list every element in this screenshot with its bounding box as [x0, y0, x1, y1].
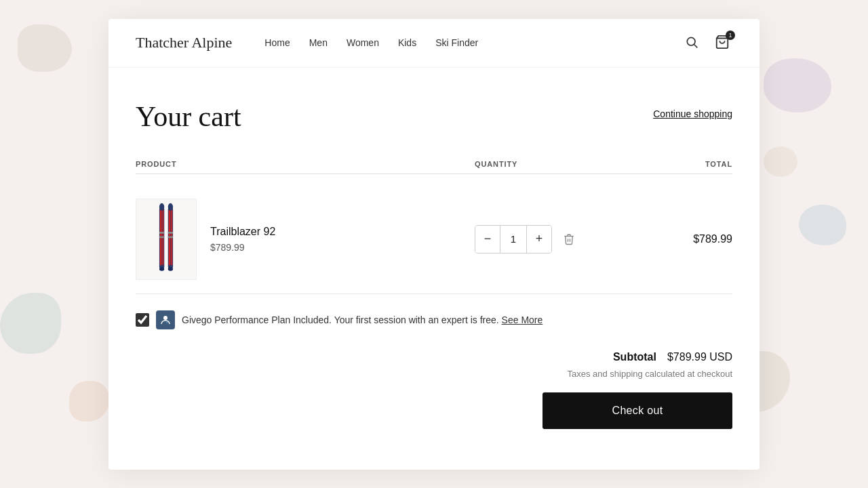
- main-window: Thatcher Alpine Home Men Women Kids Ski …: [108, 19, 760, 470]
- subtotal-row: Subtotal $789.99 USD: [613, 351, 732, 363]
- checkout-button[interactable]: Check out: [542, 392, 732, 429]
- col-header-quantity: Quantity: [475, 160, 624, 168]
- remove-item-button[interactable]: [560, 230, 578, 248]
- givego-see-more-link[interactable]: See More: [502, 314, 543, 325]
- givego-icon: [156, 310, 175, 329]
- product-image: [136, 199, 197, 280]
- brand-logo[interactable]: Thatcher Alpine: [136, 34, 232, 52]
- col-header-total: Total: [624, 160, 732, 168]
- col-header-product: Product: [136, 160, 475, 168]
- svg-point-12: [168, 267, 173, 271]
- nav-item-home[interactable]: Home: [264, 37, 290, 48]
- cart-title: Your cart: [136, 100, 241, 133]
- product-info: Trailblazer 92 $789.99: [210, 226, 275, 253]
- svg-line-1: [694, 44, 698, 47]
- product-unit-price: $789.99: [210, 242, 275, 253]
- subtotal-label: Subtotal: [613, 351, 656, 363]
- summary-section: Subtotal $789.99 USD Taxes and shipping …: [136, 351, 732, 429]
- quantity-value: 1: [500, 226, 527, 253]
- main-nav: Home Men Women Kids Ski Finder: [264, 37, 682, 48]
- quantity-decrease-button[interactable]: −: [475, 226, 500, 253]
- svg-rect-15: [159, 236, 164, 238]
- svg-rect-16: [168, 236, 173, 238]
- table-row: Trailblazer 92 $789.99 − 1 +: [136, 185, 732, 294]
- header-actions: 1: [682, 32, 732, 54]
- nav-item-ski-finder[interactable]: Ski Finder: [435, 37, 478, 48]
- cart-badge: 1: [726, 30, 735, 40]
- svg-rect-14: [168, 232, 173, 234]
- givego-section: Givego Performance Plan Included. Your f…: [136, 294, 732, 351]
- nav-item-men[interactable]: Men: [309, 37, 328, 48]
- nav-item-kids[interactable]: Kids: [398, 37, 416, 48]
- product-cell: Trailblazer 92 $789.99: [136, 199, 475, 280]
- quantity-control: − 1 +: [475, 225, 552, 253]
- svg-point-17: [163, 316, 167, 320]
- product-name: Trailblazer 92: [210, 226, 275, 238]
- ski-image: [149, 202, 183, 277]
- quantity-cell: − 1 +: [475, 225, 624, 253]
- cart-button[interactable]: 1: [712, 32, 732, 54]
- trash-icon: [563, 233, 575, 245]
- givego-logo-icon: [159, 314, 172, 326]
- cart-header: Your cart Continue shopping: [136, 100, 732, 133]
- page-content: Your cart Continue shopping Product Quan…: [108, 68, 760, 470]
- site-header: Thatcher Alpine Home Men Women Kids Ski …: [108, 19, 760, 68]
- givego-checkbox[interactable]: [136, 313, 149, 327]
- line-total: $789.99: [624, 233, 732, 245]
- search-icon: [685, 35, 698, 49]
- givego-description: Givego Performance Plan Included. Your f…: [182, 314, 542, 325]
- nav-item-women[interactable]: Women: [347, 37, 379, 48]
- svg-rect-13: [159, 232, 164, 234]
- svg-point-0: [687, 37, 695, 45]
- table-header: Product Quantity Total: [136, 155, 732, 174]
- svg-point-10: [168, 203, 173, 210]
- search-button[interactable]: [682, 33, 701, 54]
- svg-point-11: [159, 267, 164, 271]
- continue-shopping-link[interactable]: Continue shopping: [653, 108, 732, 119]
- svg-point-6: [159, 203, 164, 210]
- quantity-increase-button[interactable]: +: [527, 226, 551, 253]
- tax-note: Taxes and shipping calculated at checkou…: [567, 369, 732, 379]
- subtotal-value: $789.99 USD: [667, 351, 732, 363]
